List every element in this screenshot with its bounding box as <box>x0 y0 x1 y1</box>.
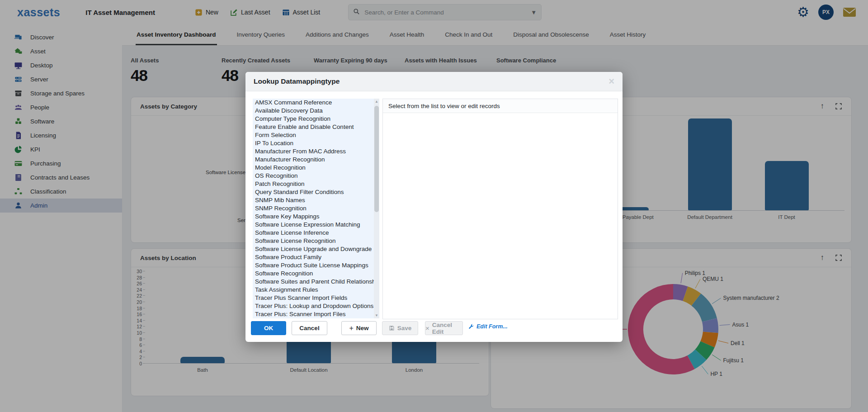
scroll-up-icon[interactable]: ▲ <box>374 99 379 104</box>
lookup-list-item[interactable]: AMSX Command Reference <box>253 99 374 107</box>
scrollbar-thumb[interactable] <box>374 106 379 212</box>
lookup-list-item[interactable]: Tracer Plus Scanner Import Fields <box>253 294 374 302</box>
lookup-list-item[interactable]: Software License Recognition <box>253 237 374 245</box>
lookup-list-item[interactable]: Computer Type Recognition <box>253 115 374 123</box>
lookup-dialog: Lookup Datamappingtype × AMSX Command Re… <box>245 72 623 342</box>
lookup-list: AMSX Command ReferenceAvailable Discover… <box>253 99 379 318</box>
lookup-list-item[interactable]: Software Key Mappings <box>253 213 374 221</box>
save-button[interactable]: Save <box>382 321 418 335</box>
close-icon[interactable]: × <box>609 76 614 86</box>
lookup-list-item[interactable]: Feature Enable and Disable Content <box>253 123 374 131</box>
lookup-list-item[interactable]: Software Product Family <box>253 253 374 261</box>
dialog-footer: OK Cancel + New Save × Cancel Edit Edit … <box>245 321 623 336</box>
lookup-list-item[interactable]: Patch Recognition <box>253 180 374 188</box>
lookup-list-item[interactable]: Manufacturer From MAC Address <box>253 147 374 156</box>
lookup-list-item[interactable]: Available Discovery Data <box>253 107 374 115</box>
cancel-button[interactable]: Cancel <box>292 321 327 335</box>
edit-form-link[interactable]: Edit Form... <box>468 323 508 330</box>
lookup-list-item[interactable]: Software Product Suite License Mappings <box>253 261 374 270</box>
save-icon <box>389 325 395 331</box>
lookup-list-item[interactable]: Query Standard Filter Conditions <box>253 188 374 196</box>
lookup-list-item[interactable]: IP To Location <box>253 139 374 147</box>
wrench-icon <box>468 323 474 330</box>
lookup-list-item[interactable]: Software License Expression Matching <box>253 221 374 229</box>
lookup-list-item[interactable]: Software License Inference <box>253 229 374 237</box>
x-icon: × <box>425 324 429 332</box>
lookup-list-item[interactable]: Model Recognition <box>253 164 374 172</box>
scroll-down-icon[interactable]: ▼ <box>374 313 379 317</box>
lookup-list-item[interactable]: Tracer Plus: Scanner Import Files <box>253 310 374 318</box>
lookup-list-item[interactable]: Tracer Plus: Lookup and Dropdown Options… <box>253 302 374 310</box>
lookup-list-item[interactable]: OS Recognition <box>253 172 374 180</box>
dialog-title: Lookup Datamappingtype <box>254 77 340 85</box>
cancel-edit-button[interactable]: × Cancel Edit <box>425 321 463 335</box>
record-panel: Select from the list to view or edit rec… <box>382 99 618 319</box>
record-panel-hint: Select from the list to view or edit rec… <box>383 99 618 113</box>
lookup-list-item[interactable]: Task Assignment Rules <box>253 286 374 294</box>
plus-icon: + <box>349 324 353 332</box>
list-scrollbar[interactable]: ▲ ▼ <box>374 99 379 318</box>
lookup-list-item[interactable]: Software Suites and Parent Child Relatio… <box>253 278 374 286</box>
ok-button[interactable]: OK <box>251 321 286 335</box>
lookup-list-item[interactable]: Form Selection <box>253 131 374 139</box>
lookup-list-item[interactable]: Software License Upgrade and Downgrade <box>253 245 374 253</box>
lookup-list-item[interactable]: SNMP Recognition <box>253 204 374 213</box>
lookup-list-item[interactable]: Manufacturer Recognition <box>253 156 374 164</box>
lookup-list-item[interactable]: Software Recognition <box>253 270 374 278</box>
new-button[interactable]: + New <box>341 321 377 335</box>
dialog-header: Lookup Datamappingtype × <box>245 72 623 91</box>
lookup-list-item[interactable]: SNMP Mib Names <box>253 196 374 204</box>
